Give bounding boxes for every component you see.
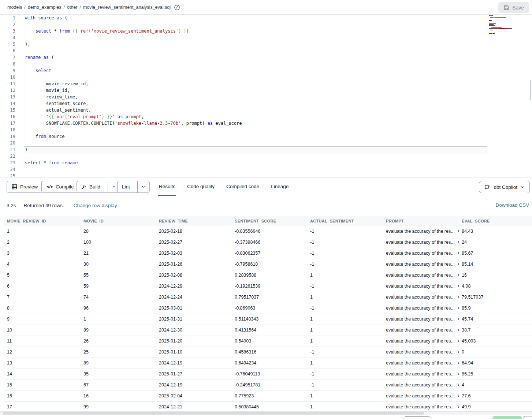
partial-bottom-button[interactable]: [523, 416, 532, 419]
cell-actual_sentiment: 1: [307, 325, 383, 336]
copilot-chat-icon: [484, 184, 490, 190]
change-row-display-link[interactable]: Change row display: [74, 203, 117, 208]
prompt-truncated-text: evaluate the accuracy of the res...: [386, 347, 455, 358]
cell-sentiment_score: 0.6494234: [232, 358, 307, 369]
cell-eval_score: 24: [459, 237, 532, 248]
prompt-truncated-text: evaluate the accuracy of the res...: [386, 292, 455, 303]
table-row[interactable]: 16162025-02-040.7759231evaluate the accu…: [4, 391, 532, 402]
cell-eval_score: 77.6: [459, 391, 532, 401]
build-button[interactable]: Build: [77, 181, 105, 192]
cell-eval_score: 49.9: [459, 402, 532, 412]
cell-movie_review_id: 12: [4, 347, 81, 358]
code-line: actual_sentiment,: [25, 107, 91, 113]
horizontal-scrollbar-track[interactable]: [0, 411, 532, 415]
cell-movie_id: 74: [81, 292, 156, 303]
cell-movie_id: 100: [81, 237, 156, 248]
cell-sentiment_score: 0.51148343: [232, 314, 307, 325]
cell-actual_sentiment: -1: [307, 237, 383, 248]
column-header-sentiment_score: SENTIMENT_SCORE: [232, 216, 307, 226]
results-table: MOVIE_REVIEW_IDMOVIE_IDREVIEW_TIMESENTIM…: [4, 216, 532, 413]
sql-code-editor[interactable]: 1234567891011121314151617181920212223242…: [0, 15, 532, 177]
cell-actual_sentiment: -1: [307, 259, 383, 270]
breadcrumb-item[interactable]: other: [67, 5, 78, 10]
cell-actual_sentiment: -1: [307, 380, 383, 390]
column-header-eval_score: EVAL_SCORE: [459, 216, 532, 226]
cell-prompt: evaluate the accuracy of the res...: [383, 281, 459, 292]
cell-movie_id: 55: [81, 270, 156, 281]
cell-actual_sentiment: 1: [307, 270, 383, 281]
cell-eval_score: 85.25: [459, 369, 532, 379]
table-row[interactable]: 6592024-12-29-0.19261539-1evaluate the a…: [4, 281, 532, 292]
cell-movie_review_id: 1: [4, 226, 81, 237]
compile-button[interactable]: </> Compile: [41, 181, 79, 193]
code-line: sentiment_score,: [25, 100, 88, 107]
line-number: 20: [0, 140, 15, 146]
line-number: 5: [0, 41, 15, 48]
cell-sentiment_score: 0.4131564: [232, 325, 307, 336]
table-row[interactable]: 14352025-01-27-0.76049113-1evaluate the …: [4, 369, 532, 380]
tab-lineage[interactable]: Lineage: [271, 177, 289, 196]
status-divider: [20, 202, 20, 208]
column-header-movie_id: MOVIE_ID: [81, 216, 156, 226]
cell-actual_sentiment: -1: [307, 303, 383, 314]
line-number: 3: [0, 28, 15, 34]
cell-eval_score: 4: [459, 380, 532, 390]
cell-prompt: evaluate the accuracy of the res...: [383, 336, 459, 347]
table-row[interactable]: 5552025-02-080.28395881evaluate the accu…: [4, 270, 532, 281]
cell-actual_sentiment: 1: [307, 391, 383, 401]
prompt-truncated-text: evaluate the accuracy of the res...: [386, 380, 455, 390]
breadcrumb-item[interactable]: models: [7, 5, 22, 10]
table-row[interactable]: 1282025-02-18-0.83556646-1evaluate the a…: [4, 226, 532, 237]
cell-movie_review_id: 17: [4, 402, 81, 412]
breadcrumb-item[interactable]: demo_examples: [28, 5, 62, 10]
table-row[interactable]: 4302025-01-26-0.7958618-1evaluate the ac…: [4, 259, 532, 270]
preview-button[interactable]: Preview: [7, 181, 43, 193]
table-row[interactable]: 912025-01-310.511483431evaluate the accu…: [4, 314, 532, 325]
cell-movie_review_id: 6: [4, 281, 81, 292]
cell-prompt: evaluate the accuracy of the res...: [383, 347, 459, 358]
line-number: 8: [0, 61, 15, 67]
breadcrumb-separator: /: [64, 5, 65, 10]
file-changed-icon: [174, 4, 180, 11]
cell-eval_score: 45.003: [459, 336, 532, 347]
line-number: 11: [0, 81, 15, 87]
table-row[interactable]: 7742024-12-240.795170371evaluate the acc…: [4, 292, 532, 303]
cell-review_time: 2025-01-27: [156, 369, 232, 379]
line-number: 15: [0, 107, 15, 113]
save-button[interactable]: Save: [498, 2, 529, 13]
partial-green-button[interactable]: [492, 416, 522, 419]
cell-prompt: evaluate the accuracy of the res...: [383, 369, 459, 379]
table-row[interactable]: 3212025-02-03-0.83062357-1evaluate the a…: [4, 248, 532, 259]
table-row[interactable]: 10892024-12-300.41315641evaluate the acc…: [4, 325, 532, 336]
tab-results[interactable]: Results: [159, 177, 175, 196]
prompt-truncated-text: evaluate the accuracy of the res...: [386, 369, 455, 379]
breadcrumb-item[interactable]: movie_review_sentiment_analysis_eval.sql: [83, 5, 171, 10]
lint-button[interactable]: Lint: [118, 181, 134, 192]
cell-prompt: evaluate the accuracy of the res...: [383, 402, 459, 412]
cell-sentiment_score: 0.50380445: [232, 402, 307, 412]
horizontal-scrollbar-thumb[interactable]: [3, 412, 424, 415]
cell-sentiment_score: 0.4586316: [232, 347, 307, 358]
table-row[interactable]: 15672024-12-19-0.24951781-1evaluate the …: [4, 380, 532, 391]
table-row[interactable]: 12252025-01-100.4586316-1evaluate the ac…: [4, 347, 532, 358]
tab-code-quality[interactable]: Code quality: [187, 177, 215, 196]
line-number: 21: [0, 146, 15, 153]
cell-eval_score: 4.08: [459, 281, 532, 292]
line-number: 7: [0, 54, 15, 61]
table-row[interactable]: 11262025-01-200.540031evaluate the accur…: [4, 336, 532, 347]
partial-bottom-button[interactable]: [403, 416, 431, 419]
editor-scrollbar-thumb[interactable]: [530, 80, 531, 100]
table-grid-icon: [12, 184, 17, 190]
download-csv-link[interactable]: Download CSV: [495, 202, 529, 208]
table-row[interactable]: 13892024-12-190.64942341evaluate the acc…: [4, 358, 532, 369]
table-row[interactable]: 21002025-02-27-0.37398466-1evaluate the …: [4, 237, 532, 248]
dbt-copilot-button[interactable]: dbt Copilot: [479, 181, 530, 193]
cell-review_time: 2024-12-30: [156, 325, 232, 336]
table-row[interactable]: 8962025-03-01-0.869063-1evaluate the acc…: [4, 303, 532, 314]
tab-compiled-code[interactable]: Compiled code: [226, 177, 259, 196]
editor-minimap[interactable]: [489, 15, 530, 35]
cell-actual_sentiment: -1: [307, 281, 383, 292]
cell-review_time: 2025-02-03: [156, 248, 232, 259]
cell-prompt: evaluate the accuracy of the res...: [383, 358, 459, 369]
code-brackets-icon: </>: [46, 184, 53, 189]
